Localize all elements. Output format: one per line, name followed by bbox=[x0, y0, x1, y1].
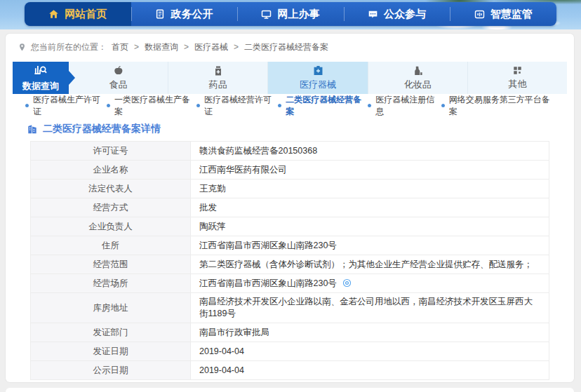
subnav-production-license[interactable]: 医疗器械生产许可证 bbox=[25, 94, 107, 118]
field-value: 陶跃萍 bbox=[199, 222, 226, 231]
field-label: 库房地址 bbox=[31, 293, 191, 323]
breadcrumb-separator: > bbox=[234, 42, 239, 52]
bullet-dot-icon bbox=[278, 104, 281, 107]
nav-item-label: 智慧监管 bbox=[490, 8, 533, 21]
monitor-icon bbox=[261, 9, 272, 20]
medical-device-icon bbox=[312, 65, 324, 76]
subnav-label: 二类医疗器械经营备案 bbox=[286, 94, 368, 118]
nav-item-label: 网上办事 bbox=[277, 8, 319, 21]
document-icon bbox=[155, 9, 165, 19]
subnav-label: 医疗器械经营许可证 bbox=[204, 94, 278, 118]
detail-table-body: 许可证号 赣洪食药监械经营备20150368 企业名称 江西南华医药有限公司 法… bbox=[31, 142, 549, 380]
table-row: 经营场所 江西省南昌市西湖区象山南路230号 bbox=[31, 274, 549, 293]
bullet-dot-icon bbox=[441, 104, 445, 107]
field-label: 企业负责人 bbox=[31, 217, 191, 236]
location-pin-outline-icon bbox=[18, 43, 26, 52]
subnav-operation-license[interactable]: 医疗器械经营许可证 bbox=[196, 94, 278, 118]
nav-item-label: 政务公开 bbox=[171, 8, 213, 21]
field-label: 企业名称 bbox=[31, 161, 191, 180]
field-label: 公示日期 bbox=[31, 361, 191, 380]
field-label: 发证日期 bbox=[31, 342, 191, 361]
table-row: 许可证号 赣洪食药监械经营备20150368 bbox=[31, 142, 549, 161]
field-label: 法定代表人 bbox=[31, 180, 191, 198]
tab-label: 数据查询 bbox=[22, 80, 59, 93]
table-row: 法定代表人 王克勤 bbox=[31, 180, 549, 198]
subnav-registration-info[interactable]: 医疗器械注册信息 bbox=[368, 94, 441, 118]
building-icon bbox=[27, 123, 38, 135]
chart-search-icon bbox=[34, 63, 48, 78]
field-value: 江西南华医药有限公司 bbox=[199, 165, 287, 175]
table-row: 经营方式 批发 bbox=[31, 198, 549, 217]
food-icon bbox=[112, 65, 124, 76]
next-section-card-edge bbox=[6, 388, 574, 392]
tab-cosmetics[interactable]: 化妆品 bbox=[368, 62, 467, 94]
field-value: 江西省南昌市西湖区象山南路230号 bbox=[199, 278, 337, 288]
bullet-dot-icon bbox=[107, 104, 110, 107]
bullet-dot-icon bbox=[196, 104, 200, 107]
location-pin-icon[interactable] bbox=[342, 278, 352, 288]
bullet-dot-icon bbox=[25, 104, 29, 107]
tab-label: 食品 bbox=[109, 79, 128, 91]
tab-other[interactable]: 其他 bbox=[467, 62, 567, 94]
table-row: 住所 江西省南昌市西湖区象山南路230号 bbox=[31, 236, 549, 255]
table-row: 发证日期 2019-04-04 bbox=[31, 342, 549, 361]
tab-label: 药品 bbox=[209, 79, 227, 91]
subnav-label: 医疗器械生产许可证 bbox=[33, 94, 107, 118]
category-tabs: 数据查询 食品 药品 医疗器械 化妆品 其他 bbox=[13, 62, 567, 94]
subnav-label: 医疗器械注册信息 bbox=[375, 94, 441, 118]
nav-item-home[interactable]: 网站首页 bbox=[25, 2, 131, 26]
field-value: 南昌市行政审批局 bbox=[199, 327, 269, 337]
home-icon bbox=[48, 9, 59, 20]
breadcrumb-separator: > bbox=[134, 42, 139, 52]
field-value: 2019-04-04 bbox=[199, 346, 244, 356]
smart-supervision-icon bbox=[474, 9, 485, 20]
breadcrumb-data-query[interactable]: 数据查询 bbox=[145, 41, 178, 53]
field-label: 发证部门 bbox=[31, 323, 191, 342]
table-row: 库房地址 南昌经济技术开发区小企业路以南、金若公司用地以西，南昌经济技术开发区玉… bbox=[31, 293, 549, 323]
field-label: 经营场所 bbox=[31, 274, 191, 293]
field-label: 经营范围 bbox=[31, 255, 191, 274]
field-value: 王克勤 bbox=[199, 184, 226, 194]
subnav-class2-operation-filing[interactable]: 二类医疗器械经营备案 bbox=[278, 94, 368, 118]
breadcrumb-separator: > bbox=[184, 42, 189, 52]
table-row: 经营范围 第二类医疗器械（含体外诊断试剂）；为其他企业生产经营企业提供贮存、配送… bbox=[31, 255, 549, 274]
sub-navigation: 医疗器械生产许可证 一类医疗器械生产备案 医疗器械经营许可证 二类医疗器械经营备… bbox=[6, 94, 574, 117]
breadcrumb-medical-device[interactable]: 医疗器械 bbox=[194, 41, 228, 53]
nav-item-online-services[interactable]: 网上办事 bbox=[237, 2, 344, 26]
tab-medical-device[interactable]: 医疗器械 bbox=[267, 62, 367, 94]
table-row: 企业名称 江西南华医药有限公司 bbox=[31, 161, 549, 180]
nav-item-smart-supervision[interactable]: 智慧监管 bbox=[450, 2, 556, 26]
field-label: 许可证号 bbox=[31, 142, 191, 161]
nav-item-gov-affairs[interactable]: 政务公开 bbox=[131, 2, 238, 26]
speech-bubble-icon bbox=[368, 9, 378, 20]
breadcrumb-home[interactable]: 首页 bbox=[112, 41, 128, 53]
cosmetics-icon bbox=[412, 65, 423, 76]
field-value: 江西省南昌市西湖区象山南路230号 bbox=[199, 241, 337, 250]
tab-label: 其他 bbox=[508, 78, 526, 90]
field-value: 2019-04-04 bbox=[199, 365, 244, 375]
tab-drug[interactable]: 药品 bbox=[168, 62, 267, 94]
field-value: 第二类医疗器械（含体外诊断试剂）；为其他企业生产经营企业提供贮存、配送服务； bbox=[199, 259, 533, 269]
subnav-label: 一类医疗器械生产备案 bbox=[114, 94, 196, 118]
field-value: 批发 bbox=[199, 203, 217, 212]
subnav-third-party-platform-filing[interactable]: 网络交易服务第三方平台备案 bbox=[441, 94, 556, 118]
subnav-label: 网络交易服务第三方平台备案 bbox=[449, 94, 556, 118]
field-label: 住所 bbox=[31, 236, 191, 255]
subnav-class1-production-filing[interactable]: 一类医疗器械生产备案 bbox=[107, 94, 196, 118]
tab-label: 化妆品 bbox=[404, 79, 432, 91]
field-value: 赣洪食药监械经营备20150368 bbox=[199, 146, 317, 156]
top-navigation: 网站首页 政务公开 网上办事 公众参与 智慧监管 bbox=[25, 2, 556, 26]
detail-table: 许可证号 赣洪食药监械经营备20150368 企业名称 江西南华医药有限公司 法… bbox=[30, 141, 549, 380]
section-title: 二类医疗器械经营备案详情 bbox=[27, 123, 574, 135]
tab-food[interactable]: 食品 bbox=[69, 62, 168, 94]
tab-label: 医疗器械 bbox=[300, 79, 336, 91]
nav-item-label: 网站首页 bbox=[65, 8, 107, 21]
field-label: 经营方式 bbox=[31, 198, 191, 217]
bullet-dot-icon bbox=[368, 104, 371, 107]
nav-item-label: 公众参与 bbox=[384, 8, 426, 21]
nav-item-public-participation[interactable]: 公众参与 bbox=[344, 2, 450, 26]
section-title-text: 二类医疗器械经营备案详情 bbox=[43, 123, 161, 135]
field-value: 南昌经济技术开发区小企业路以南、金若公司用地以西，南昌经济技术开发区玉屏西大街1… bbox=[199, 297, 533, 318]
drug-icon bbox=[213, 65, 224, 76]
tab-data-query[interactable]: 数据查询 bbox=[13, 62, 69, 94]
